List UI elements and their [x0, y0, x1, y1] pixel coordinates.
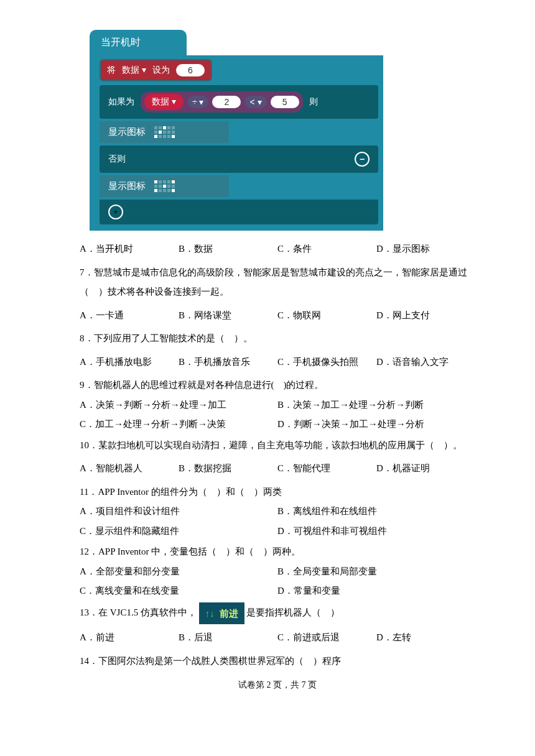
- option: B．离线组件和在线组件: [277, 502, 475, 522]
- q10-stem: 10．某款扫地机可以实现自动清扫，避障，自主充电等功能，该款扫地机的应用属于（ …: [80, 436, 475, 456]
- if-block: 如果为 数据 ▾ ÷ ▾ 2 < ▾ 5 则: [100, 85, 378, 119]
- option: B．数据挖掘: [179, 459, 277, 479]
- hat-block: 当开机时: [90, 30, 187, 55]
- option: A．决策→判断→分析→处理→加工: [80, 395, 277, 415]
- option: A．全部变量和部分变量: [80, 562, 277, 582]
- q9-options: A．决策→判断→分析→处理→加工 B．决策→加工→处理→分析→判断 C．加工→处…: [80, 395, 475, 435]
- option: B．网络课堂: [179, 306, 277, 326]
- forward-icon-button: ↑↓ 前进: [199, 602, 244, 625]
- option: B．决策→加工→处理→分析→判断: [277, 395, 475, 415]
- condition-expr: 数据 ▾ ÷ ▾ 2 < ▾ 5: [141, 91, 303, 113]
- q11-options: A．项目组件和设计组件 B．离线组件和在线组件 C．显示组件和隐藏组件 D．可视…: [80, 502, 475, 541]
- option: A．项目组件和设计组件: [80, 502, 277, 522]
- q13-post: 是要指挥机器人（ ）: [246, 607, 340, 617]
- option: B．手机播放音乐: [179, 353, 277, 372]
- set-label-b: 设为: [152, 65, 170, 76]
- option: C．条件: [277, 239, 376, 259]
- q12-options: A．全部变量和部分变量 B．全局变量和局部变量 C．离线变量和在线变量 D．常量…: [80, 562, 475, 601]
- q9-stem: 9．智能机器人的思维过程就是对各种信息进行( )的过程。: [80, 376, 475, 395]
- option: D．显示图标: [376, 239, 475, 259]
- show-icon-block-1: 显示图标: [100, 121, 229, 143]
- plus-icon: +: [108, 205, 123, 219]
- q11-stem: 11．APP Inventor 的组件分为（ ）和（ ）两类: [80, 482, 475, 502]
- minus-icon: −: [355, 152, 370, 167]
- end-if-block: +: [100, 200, 378, 224]
- option: A．手机播放电影: [80, 353, 179, 372]
- option: A．智能机器人: [80, 459, 179, 479]
- cond-variable: 数据 ▾: [144, 94, 184, 110]
- page-footer: 试卷第 2 页，共 7 页: [80, 680, 475, 691]
- q7-stem: 7．智慧城市是城市信息化的高级阶段，智能家居是智慧城市建设的亮点之一，智能家居是…: [80, 263, 475, 302]
- option: D．常量和变量: [277, 581, 475, 601]
- q6-options: A．当开机时 B．数据 C．条件 D．显示图标: [80, 239, 475, 259]
- option: D．可视组件和非可视组件: [277, 522, 475, 542]
- value-pill-5: 5: [271, 96, 299, 108]
- option: A．一卡通: [80, 306, 179, 326]
- option: A．前进: [80, 628, 179, 648]
- option: C．物联网: [277, 306, 376, 326]
- q13-stem: 13．在 VJC1.5 仿真软件中， ↑↓ 前进 是要指挥机器人（ ）: [80, 602, 475, 625]
- variable-dropdown: 数据 ▾: [122, 65, 146, 76]
- q7-options: A．一卡通 B．网络课堂 C．物联网 D．网上支付: [80, 306, 475, 326]
- option: A．当开机时: [80, 239, 179, 259]
- option: C．手机摄像头拍照: [277, 353, 376, 372]
- led-icon: [154, 126, 175, 138]
- q10-options: A．智能机器人 B．数据挖掘 C．智能代理 D．机器证明: [80, 459, 475, 479]
- q8-options: A．手机播放电影 B．手机播放音乐 C．手机摄像头拍照 D．语音输入文字: [80, 353, 475, 372]
- show-label: 显示图标: [108, 126, 146, 138]
- op-divide: ÷ ▾: [187, 96, 209, 108]
- up-down-arrow-icon: ↑↓: [205, 604, 215, 624]
- option: C．前进或后退: [277, 628, 376, 648]
- option: C．离线变量和在线变量: [80, 581, 277, 601]
- option: C．显示组件和隐藏组件: [80, 522, 277, 542]
- option: D．机器证明: [376, 459, 475, 479]
- option: C．智能代理: [277, 459, 376, 479]
- show-icon-block-2: 显示图标: [100, 175, 229, 197]
- code-block-diagram: 当开机时 将 数据 ▾ 设为 6 如果为 数据 ▾ ÷ ▾ 2 < ▾ 5 则: [90, 30, 475, 231]
- if-label: 如果为: [108, 96, 134, 108]
- then-label: 则: [309, 96, 318, 108]
- else-label: 否则: [108, 154, 126, 165]
- set-variable-block: 将 数据 ▾ 设为 6: [100, 59, 212, 81]
- option: D．左转: [376, 628, 475, 648]
- led-icon-2: [154, 180, 175, 192]
- option: D．语音输入文字: [376, 353, 475, 372]
- q12-stem: 12．APP Inventor 中，变量包括（ ）和（ ）两种。: [80, 542, 475, 562]
- option: B．全局变量和局部变量: [277, 562, 475, 582]
- show-label-2: 显示图标: [108, 180, 146, 192]
- q14-stem: 14．下图阿尔法狗是第一个战胜人类围棋世界冠军的（ ）程序: [80, 652, 475, 671]
- value-pill-6: 6: [176, 64, 205, 76]
- option: B．数据: [179, 239, 277, 259]
- option: C．加工→处理→分析→判断→决策: [80, 415, 277, 435]
- option: B．后退: [179, 628, 277, 648]
- q8-stem: 8．下列应用了人工智能技术的是（ ）。: [80, 329, 475, 349]
- option: D．网上支付: [376, 306, 475, 326]
- q13-pre: 13．在 VJC1.5 仿真软件中，: [80, 607, 197, 617]
- option: D．判断→决策→加工→处理→分析: [277, 415, 475, 435]
- else-block: 否则 −: [100, 145, 378, 173]
- value-pill-2: 2: [212, 96, 241, 108]
- forward-label: 前进: [220, 604, 238, 624]
- q13-options: A．前进 B．后退 C．前进或后退 D．左转: [80, 628, 475, 648]
- set-label-a: 将: [107, 65, 116, 76]
- op-lt: < ▾: [244, 96, 266, 108]
